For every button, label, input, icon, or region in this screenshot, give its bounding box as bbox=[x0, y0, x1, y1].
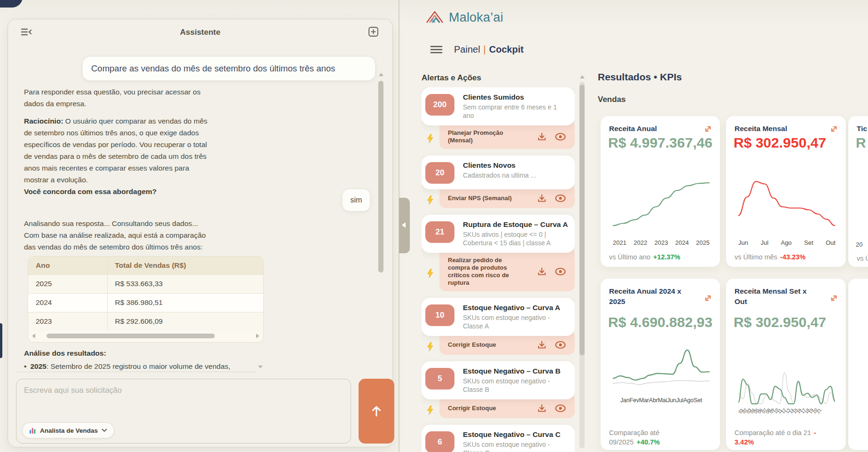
alert-action-row: Realizar pedido de compra de produtos cr… bbox=[439, 247, 575, 291]
alert-subtitle: Sem comprar entre 6 meses e 1 ano bbox=[463, 103, 568, 120]
alerts-scrollbar-thumb[interactable] bbox=[579, 85, 585, 355]
breadcrumb-section[interactable]: Painel bbox=[454, 44, 480, 55]
kpi-value: R$ 302.950,47 bbox=[734, 135, 826, 151]
kpi-value: R$ 4.690.882,93 bbox=[608, 314, 712, 330]
brand-logo: Maloka’ai bbox=[425, 9, 503, 25]
alert-card[interactable]: 200 Clientes Sumidos Sem comprar entre 6… bbox=[422, 87, 575, 125]
expand-card-button[interactable] bbox=[829, 293, 839, 304]
alert-title: Estoque Negativo – Curva B bbox=[463, 367, 568, 375]
agent-selector[interactable]: Analista de Vendas bbox=[22, 422, 114, 438]
alert-card[interactable]: 10 Estoque Negativo – Curva A SKUs com e… bbox=[422, 298, 575, 336]
table-header-ano: Ano bbox=[28, 257, 107, 274]
scroll-right-arrow-icon[interactable] bbox=[256, 334, 259, 338]
scroll-up-arrow-icon[interactable] bbox=[379, 73, 383, 76]
kpi-footer: vs Último ano+12.37% bbox=[609, 252, 680, 262]
eye-icon bbox=[555, 267, 566, 276]
chat-scrollbar bbox=[378, 73, 384, 308]
table-row: 2025 R$ 533.663,33 bbox=[28, 274, 263, 293]
alert-card[interactable]: 6 Estoque Negativo – Curva C SKUs com es… bbox=[422, 425, 575, 452]
alert-action-label: Planejar Promoção (Mensal) bbox=[448, 129, 522, 144]
chevron-down-icon bbox=[102, 429, 107, 432]
scroll-up-arrow-icon[interactable] bbox=[580, 75, 585, 78]
alert-card[interactable]: 5 Estoque Negativo – Curva B SKUs com es… bbox=[422, 361, 575, 399]
alert-title: Clientes Sumidos bbox=[463, 93, 568, 101]
x-tick: 2024 bbox=[675, 239, 689, 246]
x-tick: Jan bbox=[620, 397, 630, 404]
scrollbar-thumb[interactable] bbox=[47, 334, 214, 338]
download-action-button[interactable] bbox=[537, 132, 547, 142]
kpi-footer-label: vs Último ano bbox=[609, 253, 650, 261]
scroll-left-arrow-icon[interactable] bbox=[32, 334, 35, 338]
alert-count-badge: 5 bbox=[425, 368, 454, 390]
download-action-button[interactable] bbox=[537, 403, 547, 413]
view-action-button[interactable] bbox=[555, 404, 566, 413]
x-tick: Abr bbox=[649, 397, 658, 404]
view-action-button[interactable] bbox=[555, 341, 566, 349]
table-cell-total: R$ 386.980,51 bbox=[107, 293, 263, 312]
alert-action-label: Corrigir Estoque bbox=[448, 405, 522, 412]
x-tick: Mai bbox=[658, 397, 667, 404]
expand-card-button[interactable] bbox=[829, 124, 839, 134]
send-button[interactable] bbox=[359, 379, 394, 444]
alert-count-badge: 200 bbox=[425, 94, 454, 116]
download-action-button[interactable] bbox=[537, 266, 547, 277]
sparkline-chart bbox=[738, 172, 835, 235]
download-action-button[interactable] bbox=[537, 340, 547, 350]
view-action-button[interactable] bbox=[555, 194, 566, 203]
user-message-bubble: Compare as vendas do mês de setembro dos… bbox=[83, 57, 375, 80]
sparkline-chart bbox=[613, 172, 710, 235]
alert-action-label: Enviar NPS (Semanal) bbox=[448, 195, 522, 202]
new-chat-button[interactable] bbox=[368, 26, 379, 38]
kpi-value: R$ 302.950,47 bbox=[734, 314, 826, 330]
view-action-button[interactable] bbox=[555, 132, 566, 141]
x-tick: Jun bbox=[738, 239, 748, 246]
kpi-footer: vs Ú bbox=[857, 254, 868, 263]
download-icon bbox=[537, 266, 547, 277]
chat-input[interactable] bbox=[16, 379, 351, 420]
alert-card[interactable]: 20 Clientes Novos Cadastrados na ultima … bbox=[422, 156, 575, 189]
kpi-card-title: Receita Anual bbox=[609, 124, 694, 134]
x-tick: Out bbox=[826, 239, 836, 246]
lightning-bolt-icon bbox=[426, 342, 434, 354]
brand-name: Maloka’ai bbox=[449, 10, 503, 25]
assistant-question: Você concorda com essa abordagem? bbox=[24, 186, 214, 197]
alert-subtitle: Cadastrados na ultima ... bbox=[463, 171, 568, 179]
table-horizontal-scrollbar bbox=[28, 330, 263, 342]
kpi-footer: vs Último mês-43.23% bbox=[735, 252, 805, 262]
download-icon bbox=[537, 132, 547, 142]
x-axis-labels: JanFevMarAbrMaiJunJulAgoSet bbox=[609, 397, 713, 404]
scrollbar-thumb[interactable] bbox=[378, 81, 383, 273]
analysis-bullet: •2025: Setembro de 2025 registrou o maio… bbox=[24, 362, 287, 371]
breadcrumb: Painel|Cockpit bbox=[454, 44, 524, 55]
chat-input-box[interactable]: Analista de Vendas bbox=[16, 379, 351, 444]
x-axis-label: 20 bbox=[856, 241, 862, 248]
download-icon bbox=[537, 193, 547, 203]
user-reply-bubble: sim bbox=[343, 189, 370, 211]
alert-subtitle: SKUs com estoque negativo - Classe C bbox=[463, 440, 568, 452]
table-cell-total: R$ 292.606,09 bbox=[107, 312, 263, 331]
eye-icon bbox=[555, 341, 566, 349]
alert-title: Clientes Novos bbox=[463, 161, 568, 170]
kpi-card-title: Receita Mensal Set x Out bbox=[735, 286, 819, 307]
kpi-group-title: Vendas bbox=[598, 95, 626, 104]
x-tick: Fev bbox=[630, 397, 639, 404]
expand-card-button[interactable] bbox=[703, 124, 713, 134]
menu-button[interactable] bbox=[430, 45, 443, 54]
kpi-card-title: Receita Mensal bbox=[735, 124, 819, 134]
kpi-footer: Comparação até o dia 21-3.42% bbox=[735, 428, 819, 447]
table-header-total: Total de Vendas (R$) bbox=[107, 257, 263, 274]
sales-comparison-table: Ano Total de Vendas (R$) 2025 R$ 533.663… bbox=[28, 256, 264, 343]
view-action-button[interactable] bbox=[555, 267, 566, 276]
alert-count-badge: 21 bbox=[425, 221, 454, 243]
kpi-card-title: Receita Anual 2024 x 2025 bbox=[609, 286, 694, 307]
expand-card-button[interactable] bbox=[703, 293, 713, 304]
chat-messages: Compare as vendas do mês de setembro dos… bbox=[8, 45, 392, 372]
scrollbar-track[interactable] bbox=[38, 334, 253, 338]
lightning-bolt-icon bbox=[426, 133, 434, 146]
expand-more-icon[interactable] bbox=[258, 366, 263, 368]
alert-card[interactable]: 21 Ruptura de Estoque – Curva A SKUs ati… bbox=[422, 215, 575, 253]
kpi-delta: +12.37% bbox=[653, 253, 680, 261]
download-action-button[interactable] bbox=[537, 193, 547, 203]
collapse-drawer-handle[interactable] bbox=[399, 198, 410, 253]
breadcrumb-page: Cockpit bbox=[489, 44, 524, 55]
